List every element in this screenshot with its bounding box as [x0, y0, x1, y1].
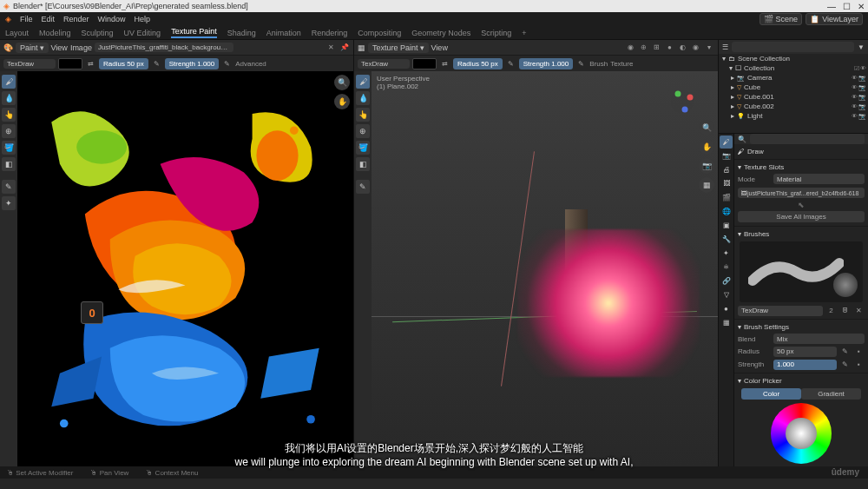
texture-slots-header[interactable]: ▾ Texture Slots — [738, 162, 865, 173]
tab-compositing[interactable]: Compositing — [358, 29, 401, 37]
radius-pressure-icon[interactable]: ✎ — [151, 58, 162, 69]
advanced-menu[interactable]: Advanced — [235, 60, 266, 68]
gradient-tab[interactable]: Gradient — [801, 388, 861, 400]
outliner-item-cube002[interactable]: ▸▽Cube.002 👁📷 — [719, 102, 868, 111]
tool-soften[interactable]: 💧 — [356, 91, 370, 105]
unlink-icon[interactable]: ✕ — [326, 42, 337, 53]
color-swap-icon[interactable]: ⇄ — [85, 58, 96, 69]
strength-field[interactable]: Strength 1.000 — [165, 58, 220, 69]
color-swatch[interactable] — [412, 58, 437, 69]
rendered-icon[interactable]: ◉ — [690, 42, 701, 53]
tool-mask[interactable]: ◧ — [2, 157, 16, 171]
texture-slot-item[interactable]: 🖼 justPictureThis_graf...ered_b2c4fbd6-6… — [738, 188, 865, 198]
tab-sculpting[interactable]: Sculpting — [82, 29, 114, 37]
image-canvas[interactable]: 0 🔍 ✋ — [17, 71, 353, 466]
search-icon[interactable]: 🔍 — [738, 135, 746, 143]
save-all-button[interactable]: Save All Images — [738, 211, 865, 222]
brush-dropdown[interactable]: TexDraw — [3, 59, 56, 69]
brush-preview[interactable] — [740, 241, 863, 302]
prop-tab-world[interactable]: 🌐 — [720, 205, 733, 218]
tab-geometry-nodes[interactable]: Geometry Nodes — [411, 29, 470, 37]
radius-field[interactable]: Radius 50 px — [453, 58, 503, 69]
radius-unit-icon[interactable]: ▪ — [853, 346, 865, 357]
editor-type-icon[interactable]: ▦ — [358, 43, 365, 52]
wireframe-icon[interactable]: ⊞ — [651, 42, 662, 53]
mode-dropdown[interactable]: Material — [773, 174, 865, 184]
viewlayer-selector[interactable]: 📋 ViewLayer — [806, 13, 863, 25]
menu-view[interactable]: View — [431, 43, 448, 52]
tool-clone[interactable]: ⊕ — [2, 124, 16, 138]
radius-pressure-icon[interactable]: ✎ — [839, 346, 851, 357]
outliner-search[interactable] — [732, 42, 854, 52]
color-swap-icon[interactable]: ⇄ — [439, 58, 450, 69]
navigation-gizmo[interactable] — [669, 89, 695, 115]
perspective-icon[interactable]: ▦ — [699, 177, 714, 193]
tool-draw[interactable]: 🖌 — [2, 75, 16, 89]
color-swatch[interactable] — [58, 58, 82, 69]
zoom-icon[interactable]: 🔍 — [334, 75, 350, 90]
prop-tab-texture[interactable]: ▦ — [720, 316, 733, 329]
prop-tab-tool[interactable]: 🖌 — [720, 135, 733, 149]
matprev-icon[interactable]: ◐ — [677, 42, 688, 53]
prop-tab-constraint[interactable]: 🔗 — [720, 274, 733, 287]
brush-menu[interactable]: Brush — [589, 60, 608, 68]
tool-fill[interactable]: 🪣 — [2, 141, 16, 155]
brush-name-field[interactable]: TexDraw — [738, 306, 823, 316]
editor-type-icon[interactable]: 🎨 — [3, 43, 13, 52]
tool-mask[interactable]: ◧ — [356, 157, 370, 171]
overlays-icon[interactable]: ◉ — [625, 42, 636, 53]
filter-icon[interactable]: ▼ — [858, 43, 865, 51]
pan-icon[interactable]: ✋ — [334, 94, 350, 109]
color-wheel[interactable] — [771, 403, 832, 464]
tab-rendering[interactable]: Rendering — [312, 29, 348, 37]
gizmos-icon[interactable]: ⊕ — [638, 42, 649, 53]
property-search[interactable] — [750, 134, 865, 144]
brush-unlink-icon[interactable]: ⛨ — [839, 305, 851, 316]
viewport-mode-dropdown[interactable]: Texture Paint ▾ — [368, 43, 429, 53]
close-button[interactable]: ✕ — [858, 2, 865, 11]
tool-draw[interactable]: 🖌 — [356, 75, 370, 89]
viewport-canvas[interactable]: User Perspective (1) Plane.002 — [372, 71, 718, 466]
scene-selector[interactable]: 🎬 Scene — [760, 13, 803, 25]
prop-tab-scene[interactable]: 🎬 — [720, 191, 733, 204]
tab-uv-editing[interactable]: UV Editing — [124, 29, 161, 37]
prop-tab-physics[interactable]: ⚛ — [720, 261, 733, 274]
texture-menu[interactable]: Texture — [610, 60, 633, 68]
brush-settings-header[interactable]: ▾ Brush Settings — [738, 321, 865, 333]
blender-logo-icon[interactable]: ◈ — [5, 15, 11, 23]
brush-dropdown[interactable]: TexDraw — [358, 59, 410, 69]
menu-edit[interactable]: Edit — [42, 15, 56, 23]
prop-tab-object[interactable]: ▣ — [720, 219, 733, 232]
menu-image[interactable]: Image — [70, 43, 92, 52]
menu-window[interactable]: Window — [98, 15, 126, 23]
pin-icon[interactable]: 📌 — [339, 42, 350, 53]
brushes-header[interactable]: ▾ Brushes — [738, 228, 865, 240]
zoom-icon[interactable]: 🔍 — [699, 120, 714, 135]
color-tab[interactable]: Color — [741, 388, 801, 400]
outliner-collection[interactable]: ▾☐Collection ☑👁 — [719, 63, 868, 73]
solid-icon[interactable]: ● — [664, 42, 675, 53]
strength-pressure-icon[interactable]: ✎ — [839, 359, 851, 370]
radius-input[interactable]: 50 px — [773, 347, 837, 357]
tab-modeling[interactable]: Modeling — [39, 29, 71, 37]
color-picker-header[interactable]: ▾ Color Picker — [738, 375, 865, 387]
outliner-item-cube[interactable]: ▸▽Cube 👁📷 — [719, 83, 868, 92]
strength-unit-icon[interactable]: ▪ — [853, 359, 865, 370]
prop-tab-output[interactable]: 🖨 — [720, 163, 733, 176]
menu-render[interactable]: Render — [63, 15, 89, 23]
shading-dropdown-icon[interactable]: ▾ — [703, 42, 714, 53]
outliner-item-cube001[interactable]: ▸▽Cube.001 👁📷 — [719, 92, 868, 102]
tool-sample[interactable]: ✦ — [2, 196, 16, 210]
menu-file[interactable]: File — [20, 15, 33, 23]
tool-soften[interactable]: 💧 — [2, 91, 16, 105]
prop-tab-data[interactable]: ▽ — [720, 288, 733, 301]
strength-pressure-icon[interactable]: ✎ — [221, 58, 233, 69]
pan-icon[interactable]: ✋ — [699, 139, 714, 155]
tool-annotate[interactable]: ✎ — [2, 180, 16, 194]
tab-scripting[interactable]: Scripting — [481, 29, 511, 37]
tool-smear[interactable]: 👆 — [356, 108, 370, 122]
minimize-button[interactable]: — — [827, 2, 836, 11]
tool-annotate[interactable]: ✎ — [356, 180, 370, 194]
tab-animation[interactable]: Animation — [266, 29, 301, 37]
tab-texture-paint[interactable]: Texture Paint — [171, 27, 217, 38]
